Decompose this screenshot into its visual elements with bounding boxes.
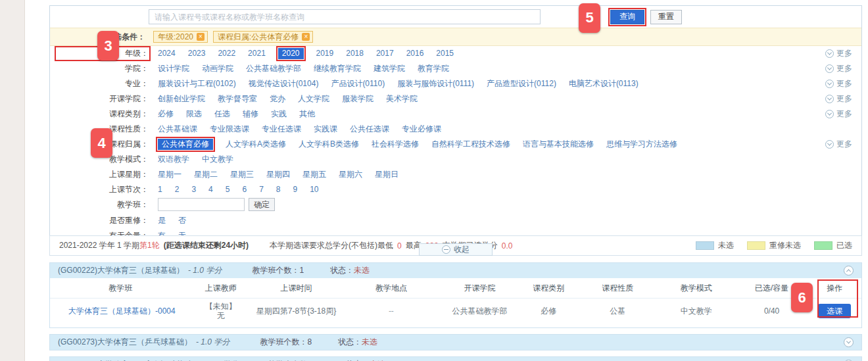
select-course-button[interactable]: 选课 bbox=[818, 304, 851, 318]
filter-option[interactable]: 1 bbox=[158, 184, 162, 195]
filter-option[interactable]: 专业必修课 bbox=[402, 124, 441, 135]
search-input[interactable] bbox=[149, 9, 541, 24]
filter-option[interactable]: 辅修 bbox=[243, 108, 258, 120]
filter-option[interactable]: 人文学科B类选修 bbox=[299, 139, 359, 150]
filter-option[interactable]: 其他 bbox=[299, 108, 315, 120]
filter-options: 12345678910 bbox=[158, 184, 852, 195]
filter-option[interactable]: 5 bbox=[226, 184, 230, 195]
filter-options: 创新创业学院教学督导室党办人文学院服装学院美术学院 bbox=[158, 93, 825, 105]
filter-option[interactable]: 9 bbox=[293, 184, 298, 195]
filter-option[interactable]: 建筑学院 bbox=[374, 63, 405, 74]
filter-option[interactable]: 公共任选课 bbox=[350, 124, 389, 135]
filter-option[interactable]: 星期二 bbox=[194, 169, 218, 180]
filter-option[interactable]: 产品设计(0110) bbox=[331, 78, 385, 89]
filter-row-offering-college: 开课学院： 创新创业学院教学督导室党办人文学院服装学院美术学院 更多 bbox=[50, 91, 861, 107]
filter-options: 公共基础课专业限选课专业任选课实践课公共任选课专业必修课 bbox=[158, 124, 852, 135]
filter-option[interactable]: 2022 bbox=[218, 48, 235, 59]
filter-option[interactable]: 是 bbox=[158, 215, 166, 226]
annotation-step-4-badge: 4 bbox=[91, 128, 112, 158]
filter-option[interactable]: 实践 bbox=[271, 108, 287, 120]
filter-option[interactable]: 人文学院 bbox=[298, 93, 329, 105]
chevron-up-icon[interactable] bbox=[844, 266, 854, 276]
course-group-header[interactable]: (GG00273)大学体育三（乒乓球基础） - 1.0 学分 教学班个数：8 状… bbox=[50, 335, 861, 350]
filter-option[interactable]: 服装学院 bbox=[342, 93, 374, 105]
filter-option[interactable]: 公共体育必修 bbox=[158, 139, 213, 150]
filter-option[interactable]: 教育学院 bbox=[418, 63, 449, 74]
filter-option[interactable]: 星期日 bbox=[375, 169, 398, 180]
more-link[interactable]: 更多 bbox=[825, 63, 852, 74]
filter-options: 设计学院动画学院公共基础教学部继续教育学院建筑学院教育学院 bbox=[158, 63, 825, 74]
filter-option[interactable]: 6 bbox=[242, 184, 247, 195]
filter-option[interactable]: 8 bbox=[276, 184, 281, 195]
filter-option[interactable]: 2015 bbox=[436, 48, 454, 59]
more-link[interactable]: 更多 bbox=[825, 48, 852, 59]
filter-option[interactable]: 10 bbox=[310, 184, 318, 195]
filter-option[interactable]: 2024 bbox=[158, 48, 176, 59]
query-button[interactable]: 查询 bbox=[610, 10, 644, 24]
filter-option[interactable]: 语言与基本技能选修 bbox=[523, 139, 594, 150]
remove-filter-icon[interactable]: × bbox=[197, 33, 205, 41]
more-link[interactable]: 更多 bbox=[825, 108, 852, 120]
filter-option[interactable]: 2016 bbox=[406, 48, 424, 59]
filter-option[interactable]: 双语教学 bbox=[158, 154, 189, 165]
filter-option[interactable]: 继续教育学院 bbox=[314, 63, 361, 74]
legend-label: 已选 bbox=[836, 240, 852, 251]
filter-option[interactable]: 自然科学工程技术选修 bbox=[431, 139, 510, 150]
filter-option[interactable]: 星期四 bbox=[266, 169, 290, 180]
teaching-class-input[interactable] bbox=[158, 198, 245, 211]
filter-option[interactable]: 公共基础教学部 bbox=[246, 63, 301, 74]
chevron-down-icon[interactable] bbox=[844, 337, 854, 347]
filter-option[interactable]: 实践课 bbox=[314, 124, 337, 135]
filter-option[interactable]: 星期六 bbox=[339, 169, 362, 180]
filter-option[interactable]: 3 bbox=[191, 184, 196, 195]
filter-option[interactable]: 专业任选课 bbox=[262, 124, 301, 135]
filter-option[interactable]: 服装与服饰设计(0111) bbox=[397, 78, 474, 89]
term-text: 2021-2022 学年 1 学期 bbox=[59, 240, 139, 251]
remove-filter-icon[interactable]: × bbox=[302, 33, 310, 41]
course-group-header[interactable]: (GG00282)大学体育三（定向运动基础） - 1.0 学分 教学班个数：9 … bbox=[50, 357, 861, 361]
collapse-panel-tab[interactable]: 收起 bbox=[419, 243, 493, 256]
filter-option[interactable]: 党办 bbox=[270, 93, 285, 105]
filter-option[interactable]: 2 bbox=[175, 184, 180, 195]
filter-option[interactable]: 任选 bbox=[214, 108, 230, 120]
filter-options: 2024202320222021202020192018201720162015 bbox=[158, 48, 825, 59]
filter-option[interactable]: 专业限选课 bbox=[210, 124, 249, 135]
filter-option[interactable]: 星期一 bbox=[158, 169, 181, 180]
filter-option[interactable]: 创新创业学院 bbox=[158, 93, 205, 105]
reset-button[interactable]: 重置 bbox=[650, 10, 682, 24]
filter-option[interactable]: 美术学院 bbox=[386, 93, 418, 105]
filter-option[interactable]: 限选 bbox=[186, 108, 202, 120]
filter-option[interactable]: 2018 bbox=[346, 48, 364, 59]
annotation-step-6-badge: 6 bbox=[791, 283, 813, 312]
filter-option[interactable]: 动画学院 bbox=[202, 63, 233, 74]
more-link[interactable]: 更多 bbox=[825, 139, 852, 150]
filter-option[interactable]: 设计学院 bbox=[158, 63, 189, 74]
filter-option[interactable]: 教学督导室 bbox=[218, 93, 257, 105]
filter-option[interactable]: 电脑艺术设计(0113) bbox=[569, 78, 639, 89]
filter-option[interactable]: 公共基础课 bbox=[158, 124, 197, 135]
filter-option[interactable]: 产品造型设计(0112) bbox=[487, 78, 556, 89]
filter-option[interactable]: 2017 bbox=[376, 48, 394, 59]
more-link[interactable]: 更多 bbox=[825, 78, 852, 89]
filter-option[interactable]: 星期三 bbox=[230, 169, 254, 180]
filter-option[interactable]: 思维与学习方法选修 bbox=[606, 139, 677, 150]
filter-option[interactable]: 必修 bbox=[158, 108, 174, 120]
more-link[interactable]: 更多 bbox=[825, 93, 852, 105]
filter-option[interactable]: 服装设计与工程(0102) bbox=[158, 78, 236, 89]
filter-option[interactable]: 否 bbox=[178, 215, 186, 226]
course-group-header[interactable]: (GG00222)大学体育三（足球基础） - 1.0 学分 教学班个数：1 状态… bbox=[50, 263, 861, 278]
filter-option[interactable]: 社会科学选修 bbox=[372, 139, 419, 150]
filter-option[interactable]: 2021 bbox=[248, 48, 266, 59]
chevron-down-icon bbox=[825, 140, 834, 149]
filter-option[interactable]: 星期五 bbox=[302, 169, 326, 180]
filter-option[interactable]: 人文学科A类选修 bbox=[226, 139, 286, 150]
class-name-link[interactable]: 大学体育三（足球基础）-0004 bbox=[50, 299, 191, 325]
filter-option[interactable]: 4 bbox=[208, 184, 213, 195]
filter-option[interactable]: 中文教学 bbox=[202, 154, 233, 165]
filter-option[interactable]: 7 bbox=[259, 184, 264, 195]
filter-option[interactable]: 视觉传达设计(0104) bbox=[249, 78, 319, 89]
filter-option[interactable]: 2023 bbox=[188, 48, 206, 59]
confirm-button[interactable]: 确定 bbox=[249, 198, 275, 211]
filter-option[interactable]: 2019 bbox=[316, 48, 334, 59]
filter-option[interactable]: 2020 bbox=[278, 48, 304, 59]
